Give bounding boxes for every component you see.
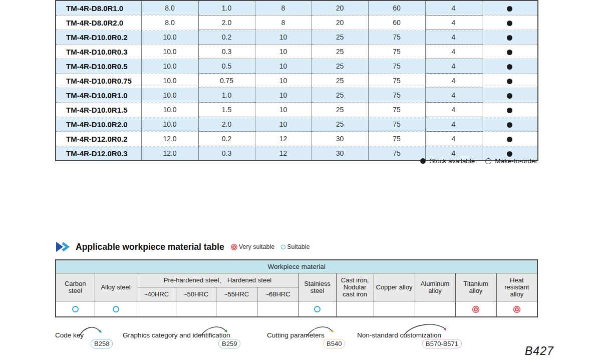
value-cell: 0.75 (198, 74, 255, 88)
rating-cell (257, 301, 299, 317)
stock-available-icon (507, 93, 512, 99)
value-cell: 4 (425, 132, 482, 146)
value-cell: 75 (368, 103, 425, 117)
very-suitable-label: Very suitable (239, 243, 275, 250)
stock-cell (482, 59, 538, 74)
value-cell: 75 (368, 59, 425, 74)
value-cell: 0.2 (198, 30, 255, 45)
hardened-steel-group-header: Pre-hardened steel、 Hardened steel (137, 273, 299, 287)
value-cell: 4 (425, 1, 482, 16)
value-cell: 2.0 (198, 16, 255, 30)
column-header: ~40HRC (137, 287, 176, 301)
stock-cell (482, 103, 538, 117)
stock-available-icon (507, 79, 512, 84)
column-header: Titanium alloy (455, 273, 496, 301)
rating-cell (336, 301, 374, 317)
value-cell: 4 (425, 30, 482, 45)
page-ref-badge: B540 (323, 339, 345, 348)
value-cell: 1.5 (198, 103, 255, 117)
rating-legend: Very suitable Suitable (232, 243, 310, 250)
column-header: ~68HRC (257, 287, 299, 301)
material-table: Workpiece materialCarbon steelAlloy stee… (55, 259, 538, 317)
material-table-title: Workpiece material (56, 260, 537, 273)
value-cell: 25 (312, 59, 368, 74)
value-cell: 75 (368, 30, 425, 45)
suitable-icon (72, 306, 79, 312)
value-cell: 10 (255, 59, 312, 74)
very-suitable-icon (232, 245, 236, 249)
value-cell: 4 (425, 45, 482, 59)
value-cell: 1.0 (198, 1, 255, 16)
value-cell: 10.0 (141, 74, 198, 88)
value-cell: 25 (312, 117, 368, 132)
section-heading: Applicable workpiece material table Very… (56, 241, 310, 252)
suitable-icon (113, 306, 119, 312)
model-cell: TM-4R-D12.0R0.2 (56, 132, 141, 146)
page-ref-badge: B258 (91, 339, 113, 348)
page-ref-badge: B259 (218, 339, 240, 348)
stock-cell (482, 132, 538, 146)
stock-cell (482, 117, 538, 132)
spec-row: TM-4R-D10.0R1.510.01.51025754 (56, 103, 538, 117)
stock-cell (482, 45, 538, 59)
value-cell: 0.5 (198, 59, 255, 74)
column-header: Aluminum alloy (415, 273, 455, 301)
page-number: B427 (525, 344, 554, 358)
stock-available-icon (507, 108, 512, 113)
model-cell: TM-4R-D10.0R0.3 (56, 45, 141, 59)
value-cell: 10.0 (141, 88, 198, 103)
value-cell: 4 (425, 103, 482, 117)
value-cell: 0.2 (198, 132, 255, 146)
value-cell: 60 (368, 16, 425, 30)
value-cell: 4 (425, 59, 482, 74)
value-cell: 10 (255, 74, 312, 88)
value-cell: 4 (425, 16, 482, 30)
value-cell: 75 (368, 132, 425, 146)
rating-cell (374, 301, 415, 317)
value-cell: 75 (368, 45, 425, 59)
value-cell: 4 (425, 88, 482, 103)
value-cell: 10.0 (141, 117, 198, 132)
value-cell: 75 (368, 88, 425, 103)
value-cell: 4 (425, 117, 482, 132)
stock-cell (482, 16, 538, 30)
spec-row: TM-4R-D10.0R1.010.01.01025754 (56, 88, 538, 103)
very-suitable-icon (515, 307, 519, 311)
annotation-arrow (306, 323, 337, 338)
suitable-icon (281, 245, 285, 249)
make-to-order-label: Make-to-order (495, 157, 537, 165)
value-cell: 10.0 (141, 30, 198, 45)
stock-available-icon (507, 137, 512, 142)
value-cell: 4 (425, 74, 482, 88)
column-header: Heat resistant alloy (496, 273, 537, 301)
spec-row: TM-4R-D10.0R0.210.00.21025754 (56, 30, 538, 45)
rating-cell (496, 301, 537, 317)
column-header: Alloy steel (95, 273, 137, 301)
value-cell: 10 (255, 45, 312, 59)
make-to-order-icon (485, 158, 491, 164)
rating-cell (56, 301, 95, 317)
spec-row: TM-4R-D10.0R2.010.02.01025754 (56, 117, 538, 132)
value-cell: 2.0 (198, 117, 255, 132)
stock-available-icon (507, 50, 512, 55)
value-cell: 12 (255, 132, 312, 146)
very-suitable-icon (474, 307, 478, 311)
value-cell: 8 (255, 16, 312, 30)
rating-cell (415, 301, 455, 317)
stock-available-icon (507, 122, 512, 128)
rating-cell (299, 301, 336, 317)
stock-available-icon (507, 35, 512, 41)
value-cell: 10.0 (141, 45, 198, 59)
rating-cell (216, 301, 257, 317)
value-cell: 10 (255, 88, 312, 103)
spec-row: TM-4R-D8.0R1.08.01.0820604 (56, 1, 538, 16)
model-cell: TM-4R-D10.0R0.75 (56, 74, 141, 88)
column-header: Cast iron, Nodular cast iron (336, 273, 374, 301)
stock-cell (482, 74, 538, 88)
value-cell: 75 (368, 117, 425, 132)
model-cell: TM-4R-D10.0R0.2 (56, 30, 141, 45)
value-cell: 20 (312, 1, 368, 16)
value-cell: 8.0 (141, 1, 198, 16)
value-cell: 60 (368, 1, 425, 16)
spec-row: TM-4R-D10.0R0.310.00.31025754 (56, 45, 538, 59)
